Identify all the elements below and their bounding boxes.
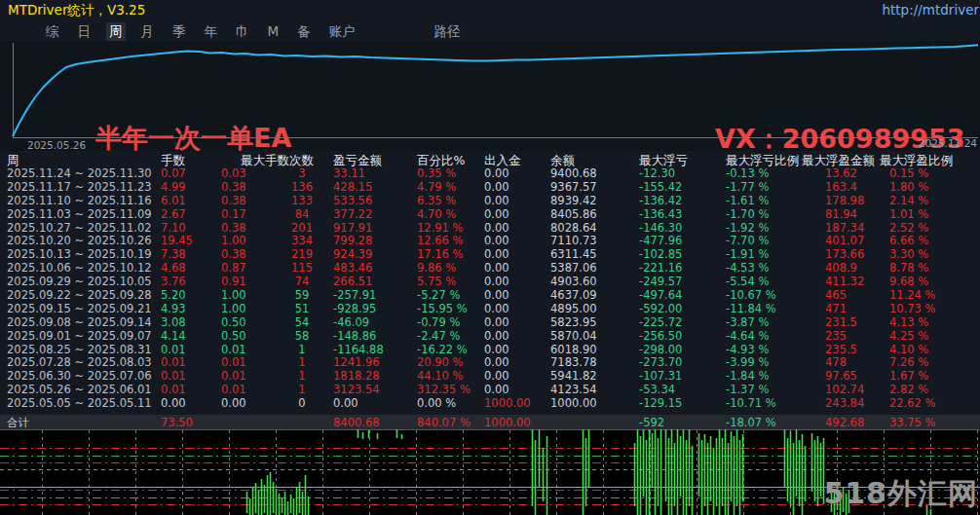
table-row[interactable]: 2025.11.17 ~ 2025.11.234.990.38136428.15… bbox=[0, 181, 980, 195]
title-bar: MTDriver统计，V3.25 http://mtdriver bbox=[0, 0, 980, 19]
total-percent: 840.07 % bbox=[417, 415, 484, 430]
total-deposit: 1000.00 bbox=[484, 415, 550, 430]
col-max-fp-pct: 最大浮盈比例 bbox=[880, 153, 980, 167]
app-title: MTDriver统计，V3.25 bbox=[8, 2, 145, 19]
table-header-row: 周 手数 最大手数次数 盈亏金额 百分比% 出入金 余额 最大浮亏 最大浮亏比例… bbox=[0, 153, 980, 167]
table-row[interactable]: 2025.09.29 ~ 2025.10.053.760.9174266.515… bbox=[0, 276, 980, 289]
table-row[interactable]: 2025.05.05 ~ 2025.05.110.000.0000.000.00… bbox=[0, 397, 980, 411]
mtdriver-app: MTDriver统计，V3.25 http://mtdriver 综日周月季年巾… bbox=[0, 0, 980, 515]
site-url-link[interactable]: http://mtdriver bbox=[882, 2, 979, 18]
menu-item-3[interactable]: 周 bbox=[106, 22, 126, 41]
col-percent: 百分比% bbox=[417, 153, 484, 167]
total-max-fp-pct: 33.75 % bbox=[889, 415, 980, 430]
menu-item-2[interactable]: 日 bbox=[75, 22, 94, 41]
total-max-fp: 492.68 bbox=[825, 415, 889, 430]
table-row[interactable]: 2025.11.03 ~ 2025.11.092.670.1784377.224… bbox=[0, 208, 980, 222]
table-row[interactable]: 2025.09.22 ~ 2025.09.285.201.0059-257.91… bbox=[0, 289, 980, 303]
col-max-fp: 最大浮盈金额 bbox=[802, 153, 889, 167]
total-max-dd-pct: -18.07 % bbox=[726, 415, 825, 430]
table-row[interactable]: 2025.09.08 ~ 2025.09.143.080.5054-46.09-… bbox=[0, 316, 980, 330]
weekly-stats-table: 周 手数 最大手数次数 盈亏金额 百分比% 出入金 余额 最大浮亏 最大浮亏比例… bbox=[0, 151, 980, 429]
menu-item-1[interactable]: 综 bbox=[43, 22, 62, 41]
total-label: 合计 bbox=[7, 415, 161, 430]
col-balance: 余额 bbox=[550, 153, 639, 167]
total-count bbox=[271, 415, 333, 430]
table-row[interactable]: 2025.11.24 ~ 2025.11.300.070.03333.110.3… bbox=[0, 167, 980, 181]
col-lots: 手数 bbox=[161, 153, 221, 167]
total-profit: 8400.68 bbox=[333, 415, 417, 430]
total-maxlots bbox=[221, 415, 271, 430]
col-max-dd: 最大浮亏 bbox=[639, 153, 726, 167]
total-lots: 73.50 bbox=[161, 415, 221, 430]
table-row[interactable]: 2025.07.28 ~ 2025.08.030.010.0111241.962… bbox=[0, 356, 980, 370]
total-max-dd: -592 bbox=[639, 415, 726, 430]
table-row[interactable]: 2025.10.27 ~ 2025.11.027.100.38201917.91… bbox=[0, 222, 980, 236]
menu-item-8[interactable]: M bbox=[265, 22, 283, 41]
table-row[interactable]: 2025.08.25 ~ 2025.08.310.010.011-1164.88… bbox=[0, 344, 980, 357]
table-row[interactable]: 2025.10.06 ~ 2025.10.124.680.87115483.46… bbox=[0, 262, 980, 276]
period-menubar: 综日周月季年巾M备账户路径 bbox=[43, 21, 464, 41]
menu-item-path[interactable]: 路径 bbox=[432, 22, 464, 41]
equity-chart: 半年一次一单EA VX：2060989953 2025.05.26 2025.1… bbox=[0, 41, 980, 151]
total-balance bbox=[550, 415, 639, 430]
col-maxlots-count: 最大手数次数 bbox=[221, 153, 333, 167]
table-row[interactable]: 2025.11.10 ~ 2025.11.166.010.38133533.56… bbox=[0, 195, 980, 208]
table-row[interactable]: 2025.10.13 ~ 2025.10.197.380.38219924.39… bbox=[0, 248, 980, 262]
col-period: 周 bbox=[7, 153, 161, 167]
menu-item-6[interactable]: 年 bbox=[202, 22, 221, 41]
chart-end-date: 2025.11.24 bbox=[919, 137, 977, 149]
table-body: 2025.11.24 ~ 2025.11.300.070.03333.110.3… bbox=[0, 167, 980, 411]
menu-item-5[interactable]: 季 bbox=[170, 22, 189, 41]
chart-start-date: 2025.05.26 bbox=[27, 139, 86, 151]
menu-item-4[interactable]: 月 bbox=[138, 22, 158, 41]
col-deposit: 出入金 bbox=[484, 153, 550, 167]
table-row[interactable]: 2025.10.20 ~ 2025.10.2619.451.00334799.2… bbox=[0, 235, 980, 248]
watermark-518waihui: 518外汇网 bbox=[823, 474, 978, 514]
table-row[interactable]: 2025.09.15 ~ 2025.09.214.931.0051-928.95… bbox=[0, 303, 980, 316]
price-volume-chart: 518外汇网 bbox=[0, 429, 980, 515]
menu-item-7[interactable]: 巾 bbox=[233, 22, 252, 41]
menu-item-10[interactable]: 账户 bbox=[326, 22, 358, 41]
col-profit: 盈亏金额 bbox=[333, 153, 417, 167]
table-row[interactable]: 2025.05.26 ~ 2025.06.010.010.0113123.543… bbox=[0, 384, 980, 397]
table-row[interactable]: 2025.09.01 ~ 2025.09.074.140.5058-148.86… bbox=[0, 330, 980, 344]
total-row: 合计 73.50 8400.68 840.07 % 1000.00 -592 -… bbox=[0, 415, 980, 430]
table-row[interactable]: 2025.06.30 ~ 2025.07.060.010.0111818.284… bbox=[0, 370, 980, 384]
menu-item-9[interactable]: 备 bbox=[294, 22, 314, 41]
